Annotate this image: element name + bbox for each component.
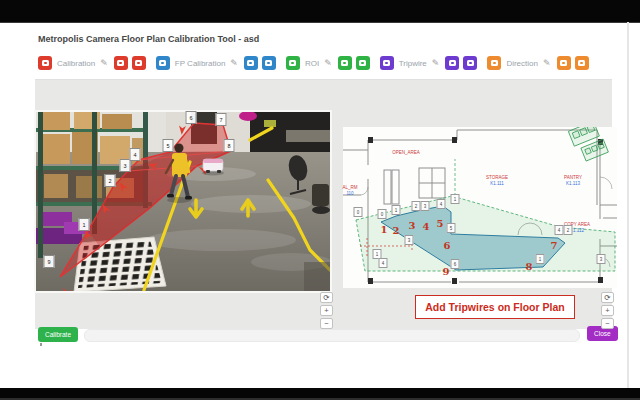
camera-tripwire-marker[interactable]: 7: [216, 113, 227, 126]
direction-edit-pencil-icon[interactable]: ✎: [543, 58, 551, 68]
camera-scene: [36, 112, 330, 291]
tripwire-glyph-icon: [383, 60, 390, 66]
camera-zoom-controls: ⟳ + −: [320, 292, 333, 329]
top-letterbox-bar: [0, 0, 640, 23]
floorplan-vertex-marker[interactable]: 2: [564, 225, 573, 235]
timeline-tick: [40, 343, 42, 346]
room-code: K1.111: [486, 181, 508, 187]
square-glyph-icon: [560, 60, 567, 66]
direction-action-button-2[interactable]: [575, 56, 589, 70]
tripwire-action-button-2[interactable]: [463, 56, 477, 70]
toolbar-group-roi: ROI ✎: [286, 56, 370, 70]
room-code: 110: [342, 191, 357, 197]
page-scrollbar[interactable]: [627, 22, 629, 388]
camera-reset-view-button[interactable]: ⟳: [320, 292, 333, 303]
floorplan-reset-view-button[interactable]: ⟳: [601, 292, 614, 303]
camera-tripwire-marker[interactable]: 2: [105, 174, 116, 187]
toolbar-group-direction: Direction ✎: [487, 56, 588, 70]
calibration-icon-button[interactable]: [38, 56, 52, 70]
toolbar-group-fp-calibration: FP Calibration ✎: [156, 56, 276, 70]
floorplan-vertex-marker[interactable]: 1: [451, 194, 460, 204]
square-glyph-icon: [135, 60, 142, 66]
roi-action-button-2[interactable]: [356, 56, 370, 70]
roi-glyph-icon: [289, 60, 296, 66]
camera-zoom-out-button[interactable]: −: [320, 318, 333, 329]
floorplan-vertex-marker[interactable]: 1: [536, 254, 545, 264]
square-glyph-icon: [341, 60, 348, 66]
floorplan-vertex-marker[interactable]: 1: [392, 205, 401, 215]
floorplan-tripwire-number: 1: [381, 224, 388, 235]
camera-zoom-in-button[interactable]: +: [320, 305, 333, 316]
camera-tripwire-marker[interactable]: 4: [130, 148, 141, 161]
toolbar-group-tripwire: Tripwire ✎: [380, 56, 478, 70]
floorplan-zoom-controls: ⟳ + −: [601, 292, 614, 329]
floorplan-zoom-out-button[interactable]: −: [601, 318, 614, 329]
direction-label: Direction: [506, 59, 538, 68]
add-tripwires-note: Add Tripwires on Floor Plan: [415, 295, 575, 319]
floorplan-vertex-marker[interactable]: 2: [412, 201, 421, 211]
floorplan-tripwire-number: 3: [409, 220, 416, 231]
bottom-letterbox-bar: [0, 388, 640, 400]
floorplan-vertex-marker[interactable]: 5: [447, 223, 456, 233]
calibration-action-button-2[interactable]: [132, 56, 146, 70]
floorplan-tripwire-number: 5: [437, 218, 444, 229]
floorplan-vertex-marker[interactable]: 3: [597, 254, 606, 264]
tripwire-action-button-1[interactable]: [445, 56, 459, 70]
floorplan-tripwire-number: 6: [444, 240, 451, 251]
floorplan-vertex-marker[interactable]: 0: [354, 207, 363, 217]
app-window: Metropolis Camera Floor Plan Calibration…: [0, 0, 640, 400]
square-glyph-icon: [247, 60, 254, 66]
camera-tripwire-marker[interactable]: 8: [224, 139, 235, 152]
floorplan-vertex-marker[interactable]: 3: [421, 201, 430, 211]
fp-calibration-action-button-2[interactable]: [262, 56, 276, 70]
floorplan-vertex-marker[interactable]: 6: [451, 259, 460, 269]
floorplan-tripwire-number: 7: [551, 240, 558, 251]
fp-calibration-glyph-icon: [159, 60, 166, 66]
calibration-label: Calibration: [57, 59, 95, 68]
square-glyph-icon: [359, 60, 366, 66]
calibration-action-button-1[interactable]: [114, 56, 128, 70]
calibration-glyph-icon: [42, 60, 49, 66]
floorplan-tripwire-number: 2: [393, 225, 400, 236]
progress-track: [84, 329, 580, 342]
toolbar-group-calibration: Calibration ✎: [38, 56, 146, 70]
square-glyph-icon: [117, 60, 124, 66]
floorplan-room-label: AL_RM110: [342, 185, 357, 197]
tripwire-label: Tripwire: [399, 59, 427, 68]
floorplan-room-label: PANTRYK1.113: [564, 175, 582, 187]
floorplan-vertex-marker[interactable]: 4: [437, 199, 446, 209]
floorplan-vertex-marker[interactable]: 0: [378, 209, 387, 219]
floorplan-vertex-marker[interactable]: 4: [555, 225, 564, 235]
square-glyph-icon: [467, 60, 474, 66]
fp-calibration-icon-button[interactable]: [156, 56, 170, 70]
roi-icon-button[interactable]: [286, 56, 300, 70]
square-glyph-icon: [578, 60, 585, 66]
floorplan-zoom-in-button[interactable]: +: [601, 305, 614, 316]
fp-calibration-label: FP Calibration: [175, 59, 226, 68]
square-glyph-icon: [265, 60, 272, 66]
direction-glyph-icon: [491, 60, 498, 66]
floorplan-vertex-marker[interactable]: 3: [405, 235, 414, 245]
floorplan-tripwire-number: 4: [423, 221, 430, 232]
camera-view-canvas[interactable]: [34, 110, 332, 293]
roi-label: ROI: [305, 59, 319, 68]
fp-calibration-action-button-1[interactable]: [244, 56, 258, 70]
camera-tripwire-marker[interactable]: 1: [79, 218, 90, 231]
fp-calibration-edit-pencil-icon[interactable]: ✎: [230, 58, 238, 68]
tripwire-icon-button[interactable]: [380, 56, 394, 70]
square-glyph-icon: [449, 60, 456, 66]
room-name: OPEN_AREA: [392, 150, 420, 156]
direction-action-button-1[interactable]: [557, 56, 571, 70]
camera-tripwire-marker[interactable]: 5: [163, 139, 174, 152]
floorplan-room-label: OPEN_AREA: [392, 150, 420, 156]
roi-action-button-1[interactable]: [338, 56, 352, 70]
camera-tripwire-marker[interactable]: 9: [44, 255, 55, 268]
tripwire-edit-pencil-icon[interactable]: ✎: [432, 58, 440, 68]
floorplan-tripwire-number: 8: [526, 261, 533, 272]
camera-tripwire-marker[interactable]: 6: [186, 111, 197, 124]
direction-icon-button[interactable]: [487, 56, 501, 70]
roi-edit-pencil-icon[interactable]: ✎: [324, 58, 332, 68]
floorplan-vertex-marker[interactable]: 4: [379, 258, 388, 268]
calibration-edit-pencil-icon[interactable]: ✎: [100, 58, 108, 68]
calibrate-button[interactable]: Calibrate: [38, 327, 78, 342]
